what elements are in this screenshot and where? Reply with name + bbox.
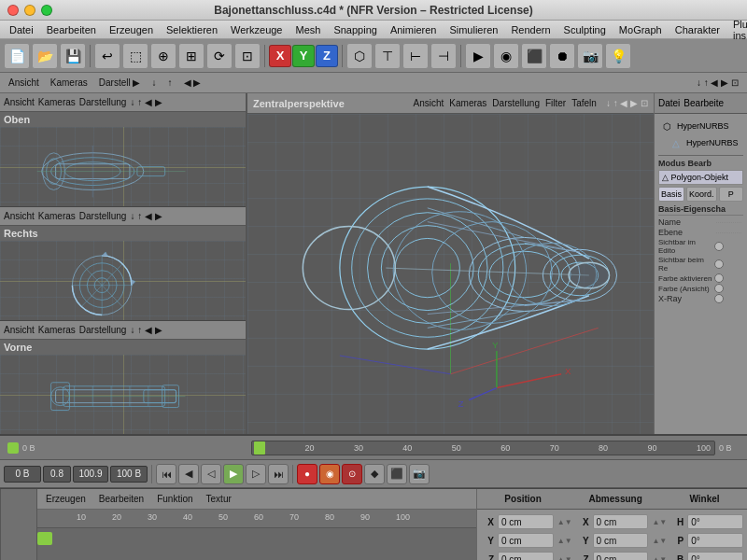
view-nav-up[interactable]: ↑ <box>163 77 177 89</box>
menu-mesh[interactable]: Mesh <box>289 22 326 37</box>
play-back-button[interactable]: ◁ <box>201 464 221 484</box>
timeline-track[interactable]: 1020304050 60708090100 <box>251 441 715 455</box>
timeline-track-area[interactable] <box>37 528 476 560</box>
main-view-kameras[interactable]: Kameras <box>449 98 486 108</box>
maximize-button[interactable] <box>41 5 52 16</box>
record-button[interactable]: ● <box>297 464 317 484</box>
menu-simulieren[interactable]: Simulieren <box>444 22 503 37</box>
menu-snapping[interactable]: Snapping <box>328 22 383 37</box>
render-preview[interactable]: ▶ <box>465 43 491 69</box>
bottom-bearbeiten[interactable]: Bearbeiten <box>94 493 148 505</box>
main-view-icons[interactable]: ↓ ↑ ◀ ▶ ⊡ <box>606 98 648 108</box>
render-active[interactable]: ◉ <box>493 43 519 69</box>
view-menu-ansicht[interactable]: Ansicht <box>4 77 44 89</box>
open-button[interactable]: 📂 <box>32 43 58 69</box>
koord-tab[interactable]: Koord. <box>686 187 717 202</box>
coord-z-size[interactable] <box>593 552 649 560</box>
viewport-top-kameras[interactable]: Kameras <box>38 97 76 107</box>
menu-mograph[interactable]: MoGraph <box>613 22 668 37</box>
coord-x-pos[interactable] <box>498 514 554 529</box>
check-sichtbar-render[interactable] <box>714 259 724 269</box>
menu-werkzeuge[interactable]: Werkzeuge <box>225 22 288 37</box>
viewport-right-body[interactable] <box>0 241 246 320</box>
coord-x-arrow[interactable]: ▲▼ <box>557 518 572 526</box>
viewport-front-icons[interactable]: ↓ ↑ ◀ ▶ <box>130 325 162 335</box>
render-region[interactable]: ⬚ <box>122 43 148 69</box>
bottom-funktion[interactable]: Funktion <box>152 493 197 505</box>
view-menu-kameras[interactable]: Kameras <box>46 77 92 89</box>
viewport-top-body[interactable] <box>0 127 246 206</box>
coord-y-pos[interactable] <box>498 533 554 548</box>
coord-z-arrow[interactable]: ▲▼ <box>557 555 572 561</box>
tool2[interactable]: ⊞ <box>178 43 204 69</box>
p-tab[interactable]: P <box>719 187 743 202</box>
view-front[interactable]: ⊣ <box>430 43 457 69</box>
right-header-bearbeiten[interactable]: Bearbeite <box>684 98 724 108</box>
view-top[interactable]: ⊤ <box>374 43 401 69</box>
view-extra-controls[interactable]: ↓ ↑ ◀ ▶ ⊡ <box>692 77 743 89</box>
tool1[interactable]: ⊕ <box>150 43 176 69</box>
viewport-front-body[interactable] <box>0 355 246 434</box>
viewport-top-icons[interactable]: ↓ ↑ ◀ ▶ <box>130 97 162 107</box>
coord-y-size[interactable] <box>593 533 649 548</box>
menu-charakter[interactable]: Charakter <box>669 22 726 37</box>
viewport-front-ansicht[interactable]: Ansicht <box>4 325 35 335</box>
right-header-datei[interactable]: Datei <box>658 98 680 108</box>
basis-tab[interactable]: Basis <box>658 187 684 202</box>
coord-b-angle[interactable] <box>687 552 743 560</box>
menu-datei[interactable]: Datei <box>4 22 39 37</box>
minimize-button[interactable] <box>24 5 35 16</box>
viewport-right-kameras[interactable]: Kameras <box>38 211 76 221</box>
main-viewport[interactable]: Zentralperspektive Ansicht Kameras Darst… <box>247 93 654 434</box>
coord-y-arrow[interactable]: ▲▼ <box>557 537 572 545</box>
coord-z2-arrow[interactable]: ▲▼ <box>652 555 667 561</box>
camera-btn[interactable]: 📷 <box>577 43 603 69</box>
keyframe-button[interactable]: ◆ <box>364 464 385 484</box>
go-start-button[interactable]: ⏮ <box>156 464 176 484</box>
coord-x-size[interactable] <box>593 514 649 529</box>
anim-record[interactable]: ⏺ <box>549 43 575 69</box>
viewport-top-ansicht[interactable]: Ansicht <box>4 97 35 107</box>
step-back-button[interactable]: ◀ <box>178 464 199 484</box>
record-rot-button[interactable]: ⊙ <box>342 464 362 484</box>
coord-x2-arrow[interactable]: ▲▼ <box>652 518 667 526</box>
main-view-tafeln[interactable]: Tafeln <box>571 98 597 108</box>
menu-erzeugen[interactable]: Erzeugen <box>104 22 159 37</box>
close-button[interactable] <box>7 5 19 16</box>
max-frame-input[interactable] <box>110 466 148 483</box>
menu-bearbeiten[interactable]: Bearbeiten <box>41 22 102 37</box>
menu-selektieren[interactable]: Selektieren <box>161 22 223 37</box>
path-button[interactable]: ⬛ <box>387 464 407 484</box>
view-nav-down[interactable]: ↓ <box>148 77 162 89</box>
go-end-button[interactable]: ⏭ <box>268 464 289 484</box>
main-view-darstellung[interactable]: Darstellung <box>492 98 540 108</box>
start-frame-input[interactable] <box>4 466 41 483</box>
z-axis-button[interactable]: Z <box>316 45 338 67</box>
object-item-1[interactable]: ⬡ HyperNURBS <box>658 118 743 134</box>
view-nav-icons[interactable]: ◀ ▶ <box>179 77 206 89</box>
step-forward-button[interactable]: ▷ <box>246 464 266 484</box>
y-axis-button[interactable]: Y <box>292 45 315 67</box>
viewport-front-darstellung[interactable]: Darstellung <box>79 325 127 335</box>
viewport-right-ansicht[interactable]: Ansicht <box>4 211 35 221</box>
check-farbe-aktiv[interactable] <box>714 273 724 283</box>
viewport-front-kameras[interactable]: Kameras <box>38 325 76 335</box>
new-button[interactable]: 📄 <box>4 43 30 69</box>
x-axis-button[interactable]: X <box>269 45 291 67</box>
main-viewport-body[interactable]: X Y Z <box>247 114 654 434</box>
view-right[interactable]: ⊢ <box>402 43 429 69</box>
view-perspective[interactable]: ⬡ <box>346 43 373 69</box>
view-menu-darstell[interactable]: Darstell ▶ <box>94 77 146 89</box>
check-farbe-ansicht[interactable] <box>714 284 724 293</box>
bottom-textur[interactable]: Textur <box>202 493 236 505</box>
menu-animieren[interactable]: Animieren <box>385 22 443 37</box>
check-sichtbar-editor[interactable] <box>714 242 724 251</box>
viewport-right-darstellung[interactable]: Darstellung <box>79 211 127 221</box>
undo-button[interactable]: ↩ <box>94 43 120 69</box>
render-all[interactable]: ⬛ <box>521 43 547 69</box>
viewport-right-icons[interactable]: ↓ ↑ ◀ ▶ <box>130 211 162 221</box>
coord-z-pos[interactable] <box>498 552 554 560</box>
main-view-filter[interactable]: Filter <box>545 98 566 108</box>
main-view-ansicht[interactable]: Ansicht <box>414 98 444 108</box>
coord-p-angle[interactable] <box>687 533 743 548</box>
